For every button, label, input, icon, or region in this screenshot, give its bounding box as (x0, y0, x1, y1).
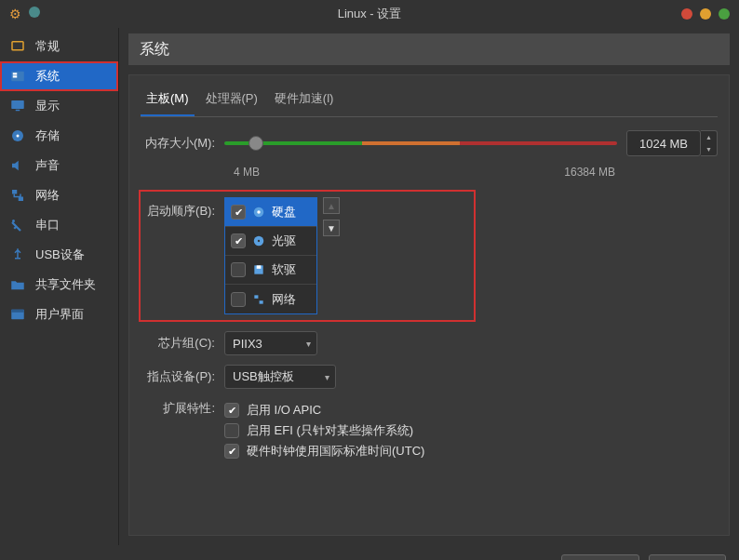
checkbox[interactable]: ✔ (224, 403, 239, 418)
svg-rect-1 (13, 43, 23, 50)
sidebar-item-label: 存储 (35, 127, 60, 144)
sidebar-item-storage[interactable]: 存储 (0, 121, 118, 151)
tabs: 主板(M)处理器(P)硬件加速(l) (141, 85, 718, 117)
memory-max-label: 16384 MB (564, 166, 615, 179)
minimize-icon[interactable] (700, 8, 711, 20)
memory-label: 内存大小(M): (141, 135, 224, 152)
settings-gear-icon: ⚙ (9, 7, 21, 21)
sidebar-item-label: 声音 (35, 157, 60, 174)
boot-item-label: 网络 (272, 291, 296, 308)
sidebar-item-label: USB设备 (35, 247, 85, 263)
pointing-label: 指点设备(P): (141, 368, 224, 385)
boot-item-label: 软驱 (272, 261, 296, 278)
system-panel: 主板(M)处理器(P)硬件加速(l) 内存大小(M): 1024 MB ▲ ▼ … (128, 74, 730, 536)
svg-rect-6 (16, 110, 20, 112)
sidebar-item-serial[interactable]: 串口 (0, 210, 118, 240)
pointing-row: 指点设备(P): USB触控板 (141, 365, 718, 389)
boot-item[interactable]: ✔硬盘 (225, 198, 316, 227)
boot-item[interactable]: ✔光驱 (225, 227, 316, 256)
checkbox[interactable] (231, 292, 246, 307)
memory-slider[interactable] (224, 130, 617, 156)
extended-feature-label: 启用 I/O APIC (247, 402, 321, 419)
ui-icon (9, 306, 26, 323)
memory-stepper[interactable]: ▲ ▼ (701, 130, 718, 156)
extended-feature-row: 启用 EFI (只针对某些操作系统) (224, 422, 424, 439)
chipset-row: 芯片组(C): PIIX3 (141, 331, 718, 355)
sidebar-item-display[interactable]: 显示 (0, 91, 118, 121)
svg-rect-13 (11, 310, 24, 313)
sidebar-item-usb[interactable]: USB设备 (0, 240, 118, 270)
extended-row: 扩展特性: ✔启用 I/O APIC启用 EFI (只针对某些操作系统)✔硬件时… (141, 398, 718, 463)
boot-item[interactable]: 软驱 (225, 256, 316, 285)
ok-button[interactable]: ✔ 确定(O) (561, 554, 639, 560)
cd-icon (251, 233, 266, 248)
boot-order-label: 启动顺序(B): (141, 197, 224, 220)
general-icon (9, 38, 26, 55)
tab-motherboard[interactable]: 主板(M) (141, 85, 195, 116)
boot-order-list[interactable]: ✔硬盘✔光驱软驱网络 (224, 197, 317, 314)
svg-rect-9 (12, 190, 17, 194)
sidebar-item-label: 网络 (35, 187, 60, 204)
tab-processor[interactable]: 处理器(P) (200, 85, 263, 116)
sidebar-item-network[interactable]: 网络 (0, 180, 118, 210)
chipset-select[interactable]: PIIX3 (224, 331, 317, 355)
extended-feature-label: 硬件时钟使用国际标准时间(UTC) (247, 443, 424, 460)
extended-list: ✔启用 I/O APIC启用 EFI (只针对某些操作系统)✔硬件时钟使用国际标… (224, 398, 424, 463)
chevron-down-icon[interactable]: ▼ (701, 143, 717, 155)
boot-item-label: 硬盘 (272, 204, 296, 220)
svg-rect-21 (260, 300, 263, 304)
checkbox[interactable] (231, 262, 246, 277)
svg-rect-4 (13, 75, 18, 77)
boot-order-section: 启动顺序(B): ✔硬盘✔光驱软驱网络 ▲ ▼ (141, 192, 474, 320)
maximize-icon[interactable] (719, 8, 730, 20)
svg-point-15 (257, 210, 261, 214)
content-area: 系统 主板(M)处理器(P)硬件加速(l) 内存大小(M): 1024 MB ▲… (119, 28, 739, 545)
hdd-icon (251, 205, 266, 220)
chevron-up-icon[interactable]: ▲ (701, 131, 717, 143)
checkbox[interactable]: ✔ (224, 444, 239, 459)
serial-icon (9, 217, 26, 233)
audio-icon (9, 157, 26, 174)
sidebar-item-system[interactable]: 系统 (0, 61, 118, 91)
chipset-label: 芯片组(C): (141, 335, 224, 352)
display-icon (9, 98, 26, 114)
sidebar-item-audio[interactable]: 声音 (0, 151, 118, 180)
sidebar-item-label: 用户界面 (35, 306, 84, 323)
svg-rect-19 (257, 265, 262, 269)
cancel-button[interactable]: ✖ 取消(C) (649, 554, 726, 560)
boot-order-arrows: ▲ ▼ (323, 197, 340, 236)
svg-point-11 (12, 220, 15, 222)
sidebar-item-label: 系统 (35, 68, 60, 85)
memory-min-label: 4 MB (234, 166, 260, 179)
sidebar-item-general[interactable]: 常规 (0, 32, 118, 61)
extended-feature-row: ✔启用 I/O APIC (224, 402, 424, 419)
sidebar-item-ui[interactable]: 用户界面 (0, 300, 118, 329)
svg-point-17 (258, 240, 260, 242)
sidebar-item-label: 常规 (35, 38, 60, 55)
window-title: Linux - 设置 (338, 6, 402, 22)
titlebar-right-controls (681, 8, 730, 20)
svg-rect-5 (11, 100, 24, 109)
memory-slider-thumb[interactable] (249, 136, 263, 151)
svg-point-8 (17, 135, 20, 138)
sidebar-item-label: 共享文件夹 (35, 276, 96, 293)
checkbox[interactable] (224, 423, 239, 438)
pointing-select[interactable]: USB触控板 (224, 365, 336, 389)
page-title: 系统 (128, 33, 730, 65)
sidebar: 常规系统显示存储声音网络串口USB设备共享文件夹用户界面 (0, 28, 119, 545)
boot-item[interactable]: 网络 (225, 285, 316, 313)
sidebar-item-shared[interactable]: 共享文件夹 (0, 270, 118, 300)
memory-slider-track (224, 141, 617, 145)
move-up-button[interactable]: ▲ (323, 197, 340, 214)
main-layout: 常规系统显示存储声音网络串口USB设备共享文件夹用户界面 系统 主板(M)处理器… (0, 28, 739, 545)
extended-label: 扩展特性: (141, 398, 224, 417)
checkbox[interactable]: ✔ (231, 233, 246, 248)
svg-rect-3 (13, 73, 18, 74)
usb-icon (9, 247, 26, 263)
dialog-buttons: ✔ 确定(O) ✖ 取消(C) (0, 545, 739, 560)
checkbox[interactable]: ✔ (231, 205, 246, 220)
move-down-button[interactable]: ▼ (323, 220, 340, 236)
memory-value[interactable]: 1024 MB (626, 130, 701, 156)
close-icon[interactable] (681, 8, 692, 20)
tab-accel[interactable]: 硬件加速(l) (269, 85, 340, 116)
